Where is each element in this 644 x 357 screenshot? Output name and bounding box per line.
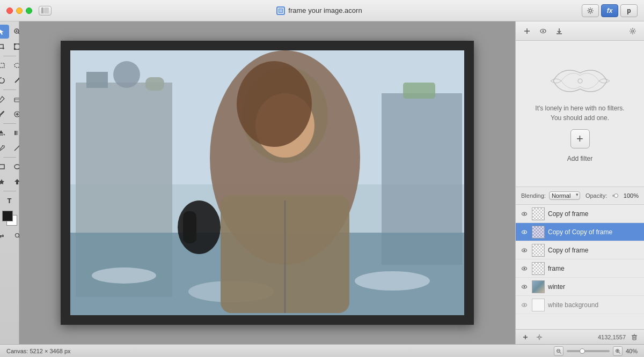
panel-eye-btn[interactable] bbox=[537, 25, 549, 37]
window-title: frame your image.acorn bbox=[288, 6, 362, 14]
panel-toolbar bbox=[516, 21, 644, 41]
color-picker[interactable] bbox=[2, 211, 17, 226]
layer-visibility-btn[interactable] bbox=[520, 228, 529, 236]
svg-point-52 bbox=[355, 271, 430, 291]
layer-thumbnail bbox=[532, 244, 545, 257]
fx-label: fx bbox=[607, 7, 613, 14]
layer-thumbnail bbox=[532, 262, 545, 275]
layer-item-winter[interactable]: winter bbox=[516, 278, 644, 296]
canvas-area[interactable] bbox=[19, 21, 515, 344]
svg-rect-35 bbox=[0, 165, 4, 169]
minimize-button[interactable] bbox=[16, 8, 23, 14]
svg-rect-84 bbox=[633, 336, 636, 340]
zoom-percent: 40% bbox=[626, 348, 638, 354]
filter-area: It's lonely in here with no filters. You… bbox=[516, 41, 644, 187]
canvas-wrapper bbox=[61, 41, 474, 325]
zoom-out-btn[interactable] bbox=[554, 346, 564, 356]
opacity-slider[interactable] bbox=[612, 195, 618, 197]
svg-point-68 bbox=[578, 79, 582, 83]
sidebar-toggle-button[interactable] bbox=[39, 6, 52, 16]
toolbar-settings-btn[interactable] bbox=[582, 4, 599, 17]
layer-name: Copy of frame bbox=[548, 210, 640, 218]
toolbar-plugins-btn[interactable]: p bbox=[620, 4, 638, 17]
zoom-in-btn[interactable] bbox=[613, 346, 623, 356]
main-area: T ⇄ bbox=[0, 21, 644, 344]
svg-point-70 bbox=[524, 213, 525, 214]
layer-visibility-btn[interactable] bbox=[520, 282, 529, 291]
svg-rect-3 bbox=[279, 9, 282, 12]
layer-visibility-btn[interactable] bbox=[520, 246, 529, 255]
blending-mode-wrapper[interactable]: Normal Multiply Screen Overlay bbox=[549, 191, 580, 200]
opacity-thumb bbox=[614, 194, 618, 198]
svg-point-64 bbox=[543, 30, 544, 32]
canvas-frame bbox=[61, 41, 474, 325]
foreground-color-swatch[interactable] bbox=[2, 211, 13, 221]
layer-item-copy-of-copy-of-frame[interactable]: Copy of Copy of frame bbox=[516, 223, 644, 241]
opacity-label: Opacity: bbox=[586, 192, 607, 199]
svg-point-76 bbox=[524, 267, 525, 269]
star-tool[interactable] bbox=[0, 175, 9, 189]
right-panel: It's lonely in here with no filters. You… bbox=[515, 21, 644, 344]
layers-gear-btn[interactable] bbox=[534, 332, 545, 343]
svg-line-31 bbox=[4, 134, 5, 135]
rect-select-tool[interactable] bbox=[0, 58, 9, 72]
svg-point-4 bbox=[589, 9, 592, 12]
layer-name: Copy of Copy of frame bbox=[548, 228, 640, 236]
rect-shape-tool[interactable] bbox=[0, 160, 9, 174]
panel-download-btn[interactable] bbox=[553, 25, 565, 37]
svg-point-33 bbox=[2, 145, 3, 146]
zoom-slider[interactable] bbox=[567, 350, 610, 352]
eyedropper-tool[interactable] bbox=[0, 107, 9, 121]
add-filter-icon: + bbox=[576, 132, 583, 146]
layer-item-copy-of-frame[interactable]: Copy of frame bbox=[516, 241, 644, 259]
svg-point-39 bbox=[15, 234, 19, 237]
brush-tool[interactable] bbox=[0, 92, 9, 106]
add-filter-button[interactable]: + bbox=[570, 129, 590, 148]
panel-add-btn[interactable] bbox=[521, 25, 533, 37]
layer-visibility-btn[interactable] bbox=[520, 301, 529, 309]
svg-point-50 bbox=[92, 267, 156, 284]
crop-tool[interactable] bbox=[0, 40, 9, 54]
svg-rect-60 bbox=[183, 211, 196, 243]
zoom-thumb bbox=[580, 348, 585, 354]
blending-label: Blending: bbox=[521, 192, 546, 199]
opacity-value: 100% bbox=[624, 192, 639, 199]
app-icon bbox=[276, 6, 285, 15]
toolbar-right: fx p bbox=[582, 4, 638, 17]
layer-item-white-background[interactable]: white background bbox=[516, 296, 644, 314]
svg-point-26 bbox=[0, 116, 1, 117]
close-button[interactable] bbox=[6, 8, 13, 14]
blending-mode-select[interactable]: Normal Multiply Screen Overlay bbox=[549, 191, 580, 200]
layer-name: Copy of frame bbox=[548, 247, 640, 254]
fill-tool[interactable] bbox=[0, 126, 9, 140]
layer-thumbnail bbox=[532, 207, 545, 220]
svg-rect-44 bbox=[86, 72, 108, 88]
swap-colors-btn[interactable]: ⇄ bbox=[0, 229, 9, 243]
maximize-button[interactable] bbox=[26, 8, 32, 14]
layers-add-btn[interactable] bbox=[520, 332, 531, 343]
svg-line-90 bbox=[560, 352, 561, 354]
status-bar: Canvas: 5212 × 3468 px 40% bbox=[0, 344, 644, 357]
lasso-tool[interactable] bbox=[0, 73, 9, 87]
svg-point-78 bbox=[524, 286, 525, 287]
filter-message: It's lonely in here with no filters. You… bbox=[535, 103, 624, 123]
photo-svg bbox=[70, 50, 464, 315]
svg-rect-46 bbox=[145, 77, 164, 91]
zoom-area: 40% bbox=[554, 346, 638, 356]
pen-tool[interactable] bbox=[0, 141, 9, 155]
layers-delete-btn[interactable] bbox=[629, 332, 640, 343]
svg-marker-37 bbox=[0, 179, 4, 184]
title-area: frame your image.acorn bbox=[57, 6, 582, 15]
layer-thumbnail bbox=[532, 226, 545, 239]
layer-item-copy-of-frame-top[interactable]: Copy of frame bbox=[516, 205, 644, 223]
svg-point-83 bbox=[538, 336, 540, 338]
select-tool[interactable] bbox=[0, 25, 9, 39]
layer-visibility-btn[interactable] bbox=[520, 264, 529, 273]
text-tool[interactable]: T bbox=[2, 194, 17, 207]
svg-point-72 bbox=[524, 231, 525, 233]
panel-gear-btn[interactable] bbox=[627, 25, 639, 37]
layer-item-frame[interactable]: frame bbox=[516, 259, 644, 278]
toolbar-fx-btn[interactable]: fx bbox=[601, 4, 618, 17]
layer-visibility-btn[interactable] bbox=[520, 210, 529, 218]
layer-name: winter bbox=[548, 283, 640, 291]
